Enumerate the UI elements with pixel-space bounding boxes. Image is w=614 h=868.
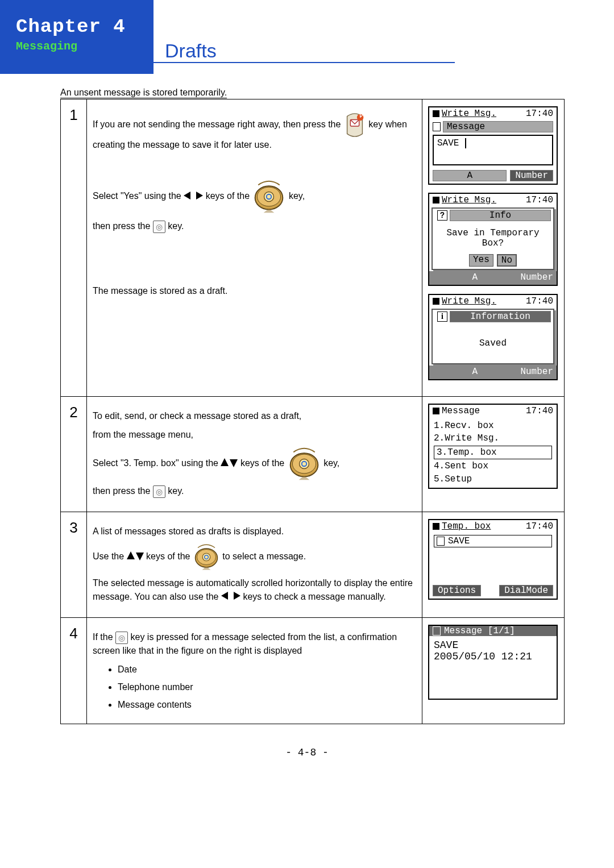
info-icon: i: [437, 312, 447, 322]
phone-screen-message-menu: Message17:40 1.Recv. box 2.Write Msg. 3.…: [428, 404, 558, 489]
step4-p1: If the ◎ key is pressed for a message se…: [93, 630, 416, 657]
step4-bullets: Date Telephone number Message contents: [118, 663, 416, 712]
left-right-arrow-icon: [184, 190, 203, 203]
document-icon: [437, 537, 445, 546]
yes-button: Yes: [469, 254, 493, 267]
step-number: 1: [61, 99, 87, 397]
step2-p1: To edit, send, or check a message stored…: [93, 409, 416, 422]
step1-p3: then press the ◎ key.: [93, 219, 416, 233]
phone-screen-message-detail: Message [1/1] SAVE 2005/05/10 12:21: [428, 625, 558, 700]
phone-screen-saved: Write Msg.17:40 iInformation Saved ANumb…: [428, 294, 558, 380]
phone-screen-temp-box: Temp. box17:40 SAVE OptionsDialMode: [428, 519, 558, 600]
nav-pad-icon: [252, 180, 286, 214]
step-row-2: 2 To edit, send, or check a message stor…: [61, 397, 565, 512]
center-key-icon: ◎: [153, 485, 165, 498]
step2-p4: then press the ◎ key.: [93, 484, 416, 498]
svg-marker-11: [136, 553, 144, 560]
chapter-title: Chapter 4: [16, 16, 141, 38]
left-right-arrow-icon: [221, 591, 240, 604]
step3-p2: Use the keys of the to select a message.: [93, 543, 416, 571]
up-down-arrow-icon: [221, 458, 238, 471]
nav-pad-icon: [287, 447, 321, 481]
intro-text: An unsent message is stored temporarily.: [60, 88, 564, 98]
svg-marker-9: [230, 459, 238, 467]
svg-marker-10: [127, 551, 135, 559]
svg-marker-7: [196, 192, 203, 200]
page-number: - 4-8 -: [0, 724, 614, 770]
step2-p3: Select "3. Temp. box" using the keys of …: [93, 447, 416, 481]
step1-p4: The message is stored as a draft.: [93, 284, 416, 297]
message-key-icon: [343, 112, 366, 138]
step2-p2: from the message menu,: [93, 428, 416, 441]
phone-screen-write-msg: Write Msg.17:40 Message SAVE ANumber: [428, 106, 558, 185]
svg-marker-6: [184, 192, 190, 200]
question-icon: ?: [437, 210, 447, 221]
phone-screen-save-confirm: Write Msg.17:40 ?Info Save in TemporaryB…: [428, 193, 558, 286]
document-icon: [433, 626, 441, 636]
step-row-4: 4 If the ◎ key is pressed for a message …: [61, 617, 565, 724]
center-key-icon: ◎: [153, 221, 165, 233]
step1-p2: Select "Yes" using the keys of the key,: [93, 180, 416, 214]
step-number: 2: [61, 397, 87, 512]
nav-pad-icon: [193, 543, 220, 571]
selected-menu-item: 3.Temp. box: [434, 446, 552, 459]
document-icon: [433, 122, 441, 131]
step-number: 3: [61, 512, 87, 618]
step3-p1: A list of messages stored as drafts is d…: [93, 525, 416, 538]
step-row-1: 1 If you are not sending the message rig…: [61, 99, 565, 397]
svg-marker-12: [221, 592, 228, 600]
chapter-subtitle: Messaging: [16, 40, 141, 53]
no-button: No: [497, 254, 517, 267]
steps-table: 1 If you are not sending the message rig…: [60, 99, 565, 724]
up-down-arrow-icon: [127, 551, 144, 564]
chapter-block: Chapter 4 Messaging: [0, 0, 154, 74]
svg-marker-13: [234, 592, 240, 600]
svg-marker-8: [221, 458, 229, 466]
center-key-icon: ◎: [115, 632, 128, 644]
section-title: Drafts: [154, 0, 455, 63]
step3-p3: The selected message is automatically sc…: [93, 576, 416, 604]
step-row-3: 3 A list of messages stored as drafts is…: [61, 512, 565, 618]
step-number: 4: [61, 617, 87, 724]
step1-p1: If you are not sending the message right…: [93, 112, 416, 151]
page-header: Chapter 4 Messaging Drafts: [0, 0, 614, 74]
